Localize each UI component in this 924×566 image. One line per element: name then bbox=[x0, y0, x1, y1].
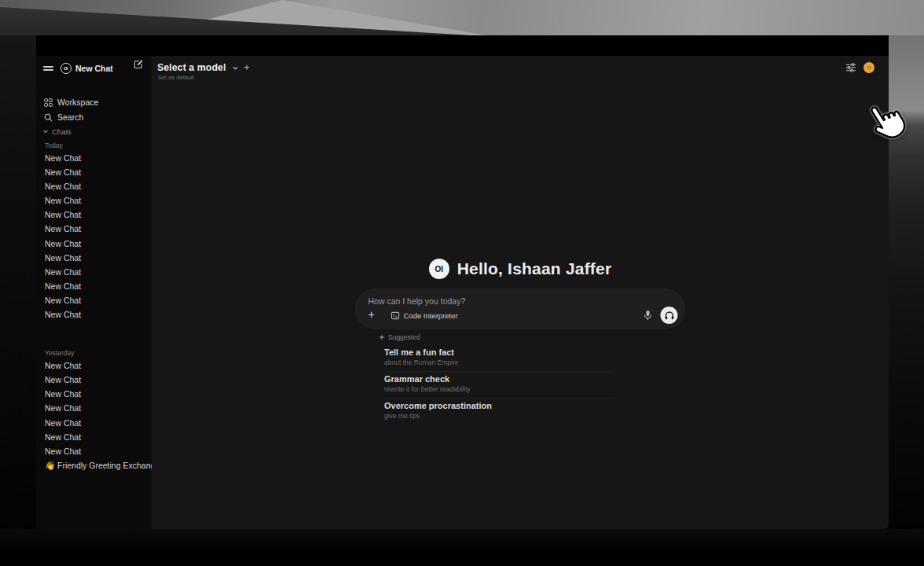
suggested-prompt[interactable]: Tell me a fun factabout the Roman Empire bbox=[384, 345, 614, 369]
chat-item[interactable]: New Chat bbox=[36, 444, 152, 458]
chat-item[interactable]: New Chat bbox=[36, 208, 152, 222]
chat-group-label: Today bbox=[36, 140, 152, 151]
openwebui-logo-icon: OI bbox=[60, 63, 72, 74]
controls-sliders-icon[interactable] bbox=[845, 62, 856, 73]
chats-collapse-header[interactable]: Chats bbox=[36, 126, 152, 137]
add-model-button[interactable]: + bbox=[244, 64, 250, 72]
chat-list: New ChatNew ChatNew ChatNew ChatNew Chat… bbox=[36, 358, 152, 472]
set-as-default-link[interactable]: Set as default bbox=[158, 74, 194, 81]
suggested-prompt[interactable]: Grammar checkrewrite it for better reada… bbox=[384, 371, 614, 396]
code-interpreter-label: Code Interpreter bbox=[404, 311, 458, 320]
chat-item[interactable]: New Chat bbox=[36, 179, 152, 193]
chat-groups: TodayNew ChatNew ChatNew ChatNew ChatNew… bbox=[36, 140, 152, 472]
sparkle-icon bbox=[379, 334, 385, 340]
hamburger-menu-icon[interactable] bbox=[43, 64, 53, 73]
suggested-label: Suggested bbox=[388, 333, 420, 341]
model-selector[interactable]: Select a model + bbox=[157, 61, 250, 75]
greeting-text: Hello, Ishaan Jaffer bbox=[457, 259, 612, 278]
headphones-icon bbox=[664, 311, 674, 321]
chat-item[interactable]: New Chat bbox=[36, 307, 152, 322]
workspace-label: Workspace bbox=[57, 97, 98, 107]
desktop: OI New Chat Workspace Search bbox=[0, 0, 924, 566]
attach-plus-button[interactable]: + bbox=[365, 308, 379, 322]
main-area: Select a model + Set as default IJ OI He… bbox=[152, 56, 889, 529]
suggested-prompt-title: Tell me a fun fact bbox=[384, 347, 614, 358]
chat-item[interactable]: New Chat bbox=[36, 165, 152, 179]
chat-item[interactable]: New Chat bbox=[36, 222, 152, 236]
chat-item[interactable]: New Chat bbox=[36, 401, 152, 415]
chats-section: Chats TodayNew ChatNew ChatNew ChatNew C… bbox=[36, 108, 152, 472]
suggested-list: Tell me a fun factabout the Roman Empire… bbox=[384, 345, 614, 423]
chat-item[interactable]: New Chat bbox=[36, 387, 152, 401]
suggested-prompt-subtitle: give me tips bbox=[384, 412, 614, 421]
topbar-right: IJ bbox=[845, 59, 874, 76]
wallpaper-left bbox=[0, 35, 36, 566]
suggested-prompt-title: Overcome procrastination bbox=[384, 401, 614, 411]
model-chevron-down-icon[interactable] bbox=[232, 64, 239, 72]
chevron-down-icon bbox=[42, 128, 49, 134]
chat-item[interactable]: New Chat bbox=[36, 193, 152, 208]
wallpaper-bottom bbox=[0, 529, 924, 566]
suggested-prompt-subtitle: rewrite it for better readability bbox=[384, 385, 614, 394]
chat-item[interactable]: New Chat bbox=[36, 373, 152, 387]
open-webui-window: OI New Chat Workspace Search bbox=[36, 35, 889, 529]
model-selector-label[interactable]: Select a model bbox=[157, 62, 226, 73]
microphone-icon[interactable] bbox=[644, 310, 653, 321]
chat-item[interactable]: New Chat bbox=[36, 358, 152, 373]
chat-item[interactable]: New Chat bbox=[36, 293, 152, 307]
user-avatar[interactable]: IJ bbox=[864, 62, 874, 73]
suggested-section: Suggested Tell me a fun factabout the Ro… bbox=[379, 333, 614, 423]
suggested-header: Suggested bbox=[379, 333, 614, 342]
workspace-grid-icon bbox=[44, 98, 53, 107]
suggested-prompt-title: Grammar check bbox=[384, 374, 614, 384]
new-chat-title[interactable]: New Chat bbox=[75, 64, 113, 73]
chat-item[interactable]: 👋 Friendly Greeting Exchange bbox=[36, 458, 152, 472]
chat-item[interactable]: New Chat bbox=[36, 279, 152, 293]
window-topbar bbox=[36, 35, 889, 56]
message-composer[interactable]: + Code Interpreter bbox=[355, 289, 686, 329]
openwebui-hero-logo-icon: OI bbox=[429, 259, 449, 279]
command-line-icon bbox=[391, 311, 400, 320]
chats-label: Chats bbox=[52, 127, 72, 136]
message-input[interactable] bbox=[368, 296, 667, 307]
voice-call-button[interactable] bbox=[661, 307, 678, 324]
chat-item[interactable]: New Chat bbox=[36, 430, 152, 444]
greeting-hero: OI Hello, Ishaan Jaffer bbox=[152, 259, 889, 279]
chat-item[interactable]: New Chat bbox=[36, 251, 152, 265]
chat-group-label: Yesterday bbox=[36, 347, 152, 358]
chat-item[interactable]: New Chat bbox=[36, 237, 152, 251]
sidebar: OI New Chat Workspace Search bbox=[36, 56, 152, 529]
chat-item[interactable]: New Chat bbox=[36, 416, 152, 430]
suggested-prompt-subtitle: about the Roman Empire bbox=[384, 358, 614, 367]
chat-item[interactable]: New Chat bbox=[36, 151, 152, 165]
suggested-prompt[interactable]: Overcome procrastinationgive me tips bbox=[384, 398, 614, 423]
code-interpreter-toggle[interactable]: Code Interpreter bbox=[387, 308, 463, 322]
chat-item[interactable]: New Chat bbox=[36, 265, 152, 279]
chat-list: New ChatNew ChatNew ChatNew ChatNew Chat… bbox=[36, 151, 152, 322]
composer-toolbar: + Code Interpreter bbox=[355, 307, 686, 324]
new-chat-edit-icon[interactable] bbox=[134, 59, 144, 69]
wallpaper-right bbox=[889, 35, 924, 566]
